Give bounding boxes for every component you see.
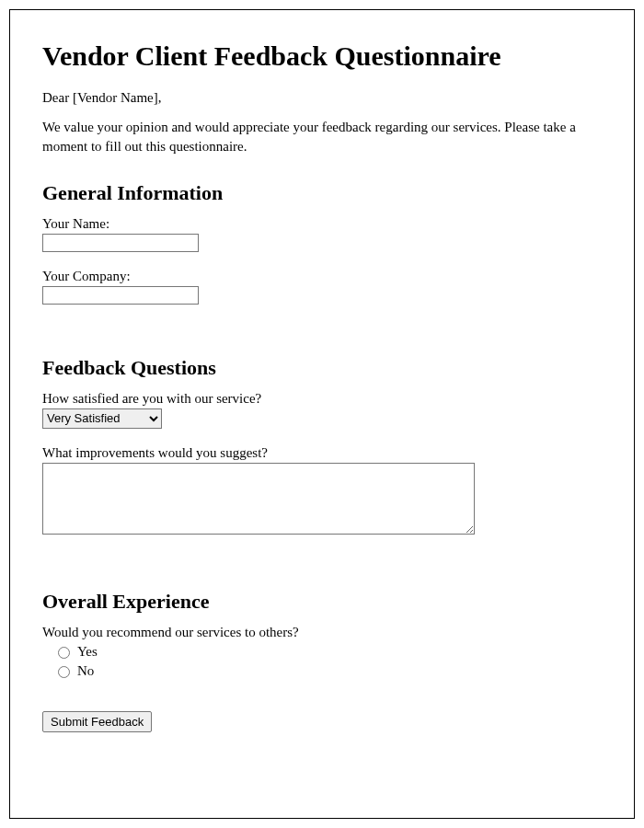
company-field: Your Company: — [42, 269, 602, 305]
recommend-label: Would you recommend our services to othe… — [42, 625, 602, 640]
greeting-text: Dear [Vendor Name], — [42, 88, 602, 107]
section-heading-general: General Information — [42, 181, 602, 205]
satisfaction-select[interactable]: Very Satisfied — [42, 408, 162, 429]
recommend-yes-row: Yes — [53, 642, 602, 660]
recommend-field: Would you recommend our services to othe… — [42, 625, 602, 679]
intro-text: We value your opinion and would apprecia… — [42, 118, 602, 155]
section-heading-feedback: Feedback Questions — [42, 356, 602, 380]
recommend-no-label: No — [77, 662, 94, 677]
improvements-textarea[interactable] — [42, 463, 475, 535]
name-input[interactable] — [42, 234, 199, 252]
recommend-yes-label: Yes — [77, 644, 98, 659]
recommend-yes-radio[interactable] — [58, 647, 70, 659]
recommend-no-row: No — [53, 661, 602, 679]
satisfaction-label: How satisfied are you with our service? — [42, 391, 602, 407]
name-field: Your Name: — [42, 216, 602, 252]
name-label: Your Name: — [42, 216, 602, 232]
submit-button[interactable]: Submit Feedback — [42, 711, 152, 732]
section-heading-overall: Overall Experience — [42, 590, 602, 614]
improvements-field: What improvements would you suggest? — [42, 445, 602, 538]
form-container: Vendor Client Feedback Questionnaire Dea… — [9, 9, 635, 819]
improvements-label: What improvements would you suggest? — [42, 445, 602, 461]
satisfaction-field: How satisfied are you with our service? … — [42, 391, 602, 429]
recommend-no-radio[interactable] — [58, 666, 70, 678]
company-input[interactable] — [42, 286, 199, 305]
company-label: Your Company: — [42, 269, 602, 284]
page-title: Vendor Client Feedback Questionnaire — [42, 40, 602, 72]
